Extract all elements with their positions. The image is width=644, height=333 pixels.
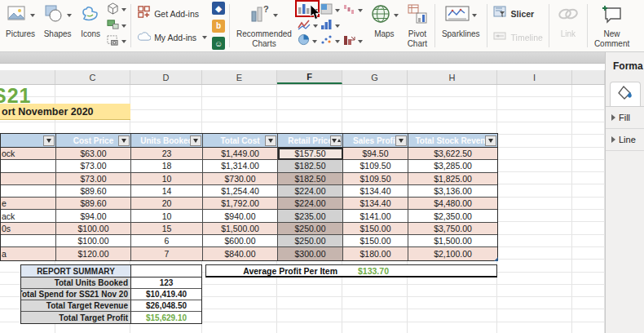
chevron-down-icon [312,40,317,43]
pivot-chart-button[interactable]: PivotChart [403,0,432,51]
insert-combo-chart-button[interactable] [343,33,364,49]
screenshot-icon [107,34,119,50]
chevron-down-icon [358,40,363,43]
3d-models-button[interactable] [107,2,126,17]
expand-arrow-icon [611,136,615,143]
chevron-down-icon [121,24,126,28]
new-comment-icon [601,3,624,28]
slicer-icon [493,6,508,22]
header-cost-price[interactable]: Cost Price [56,134,131,148]
pictures-label: Pictures [6,29,35,39]
line-section-toggle[interactable]: Line [606,129,644,151]
column-header-J-partial[interactable] [572,70,605,84]
get-addins-button[interactable]: Get Add-ins [137,6,207,22]
chevron-down-icon [121,40,126,43]
column-header-H[interactable]: H [408,70,497,84]
insert-pie-chart-button[interactable] [298,33,319,49]
chevron-down-icon [313,24,318,28]
filter-icon[interactable] [395,135,407,146]
treemap-chart-icon [320,3,333,18]
slicer-button[interactable]: Slicer [493,6,543,22]
insert-waterfall-chart-button[interactable] [343,2,364,18]
filter-icon[interactable] [265,135,276,146]
average-profit-label[interactable]: Average Profit Per Item [206,265,340,276]
sparklines-button[interactable]: Sparklines [438,0,484,51]
recommended-charts-label-1: Recommended [236,29,292,38]
column-header-I[interactable]: I [497,70,572,84]
insert-scatter-chart-button[interactable] [320,33,342,49]
filter-icon[interactable] [485,135,496,146]
column-header-D[interactable]: D [130,70,202,84]
timeline-icon [493,30,508,45]
active-cell[interactable]: $157.50 [278,148,343,160]
report-title-banner: ort November 2020 [0,104,130,120]
header-units-booked[interactable]: Units Booked [131,134,203,148]
people-graph-addin-icon[interactable]: ☺ [212,37,225,50]
fill-section-toggle[interactable]: Fill [606,107,644,129]
slicer-label: Slicer [511,9,535,19]
insert-hierarchy-chart-button[interactable] [320,2,342,18]
table-row: e$89.6020$1,792.00$224.00$134.40$4,480.0… [1,198,497,210]
format-pane-title: Forma [606,52,644,72]
chevron-down-icon [335,40,340,43]
table-row: $73.0018$1,314.00$182.50$109.50$3,285.00 [1,160,497,172]
shapes-button[interactable]: Shapes [39,0,76,51]
stock-table: Cost Price Units Booked Total Cost Retai… [0,133,498,261]
funnel-chart-icon [343,34,355,49]
table-row: ock$63.0023$1,449.00$157.50$94.50$3,622.… [1,148,497,160]
link-button[interactable]: Link [552,0,584,51]
illustrations-small-buttons [105,0,128,51]
maps-label: Maps [374,29,394,39]
header-total-stock-revenue[interactable]: Total Stock Revenu [408,134,497,148]
header-product[interactable] [1,134,56,148]
chevron-down-icon [394,14,399,17]
pivot-chart-icon [407,3,428,28]
bing-maps-addin-icon[interactable]: b [212,20,225,33]
table-row: $73.0010$730.00$182.50$109.50$1,825.00 [1,173,497,185]
filter-sorted-icon[interactable] [330,135,342,146]
recommended-charts-button[interactable]: ? RecommendedCharts [232,0,296,51]
pivot-chart-label-1: Pivot [408,29,426,38]
smartart-button[interactable] [107,19,126,33]
chevron-down-icon [67,14,72,17]
sparklines-label: Sparklines [442,29,480,39]
3d-models-icon [107,2,119,18]
column-header-C[interactable]: C [55,70,130,84]
filter-icon[interactable] [190,135,201,146]
filter-icon[interactable] [43,135,55,146]
smartart-icon [107,18,119,33]
icons-label: Icons [81,29,100,39]
fill-line-tab[interactable] [610,82,641,106]
insert-statistic-chart-button[interactable] [320,18,342,33]
column-chart-icon [298,2,311,18]
new-comment-button[interactable]: NewComment [590,0,633,51]
maps-button[interactable]: Maps [366,0,403,51]
maps-globe-icon [370,3,391,28]
my-addins-button[interactable]: My Add-ins [137,29,207,46]
header-sales-profit[interactable]: Sales Profit [343,134,408,148]
table-row: $100.006$600.00$250.00$150.00$1,500.00 [1,235,497,247]
link-label: Link [561,29,576,39]
visio-addin-icon[interactable]: ◆ [212,2,225,15]
worksheet: C D E F G H I S21 ort November 2020 Cost… [0,52,605,333]
screenshot-button[interactable] [107,34,126,49]
filter-icon[interactable] [118,135,130,146]
column-header-B-partial[interactable] [0,70,55,84]
pictures-button[interactable]: Pictures [2,0,39,51]
average-profit-value[interactable]: $133.70 [340,265,407,276]
timeline-label: Timeline [511,33,543,42]
table-body: ock$63.0023$1,449.00$157.50$94.50$3,622.… [1,148,497,260]
timeline-button[interactable]: Timeline [493,29,543,46]
report-summary-title[interactable]: REPORT SUMMARY [21,265,131,278]
chevron-down-icon [121,8,126,11]
header-retail-price[interactable]: Retail Price [278,134,343,148]
chevron-down-icon [335,24,340,28]
header-total-cost[interactable]: Total Cost [203,134,278,148]
column-header-E[interactable]: E [202,70,277,84]
icons-button[interactable]: Icons [76,0,105,51]
column-header-G[interactable]: G [342,70,408,84]
table-row: a$120.007$840.00$300.00$180.00$2,100.00 [1,247,497,260]
column-header-F-selected[interactable]: F [277,70,342,84]
table-resize-handle[interactable] [494,257,498,261]
total-target-profit-value[interactable]: $15,629.10 [131,312,201,323]
